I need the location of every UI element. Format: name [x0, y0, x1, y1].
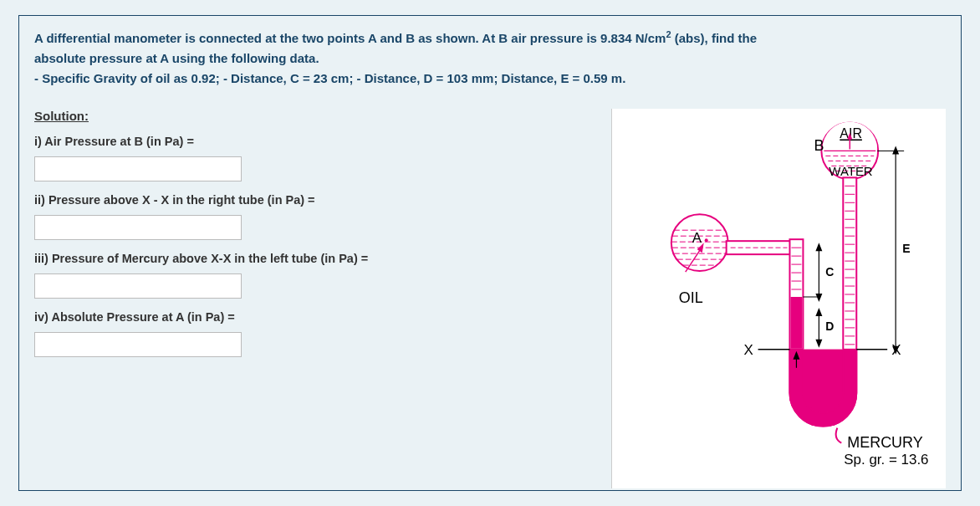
problem-line-2: absolute pressure at A using the followi… [34, 51, 319, 65]
label-e: E [902, 242, 910, 255]
question-4-label: iv) Absolute Pressure at A (in Pa) = [34, 310, 595, 324]
manometer-diagram: AIR WATER B [612, 109, 946, 485]
label-c: C [825, 265, 834, 279]
problem-line-1b: (abs), find the [671, 31, 758, 45]
solution-heading: Solution: [34, 109, 595, 123]
answer-input-2[interactable] [34, 215, 242, 240]
svg-marker-50 [815, 308, 822, 316]
solution-area: Solution: i) Air Pressure at B (in Pa) =… [34, 109, 611, 488]
mercury-label: MERCURY [847, 434, 922, 451]
question-3-label: iii) Pressure of Mercury above X-X in th… [34, 252, 595, 265]
svg-marker-51 [815, 340, 822, 348]
water-label: WATER [829, 164, 873, 178]
problem-line-3: - Specific Gravity of oil as 0.92; - Dis… [34, 71, 625, 85]
question-2-label: ii) Pressure above X - X in the right tu… [34, 193, 595, 207]
content-area: Solution: i) Air Pressure at B (in Pa) =… [34, 109, 946, 488]
label-d: D [825, 319, 834, 333]
problem-statement: A differential manometer is connected at… [34, 28, 946, 89]
problem-line-1a: A differential manometer is connected at… [34, 31, 666, 45]
question-1-label: i) Air Pressure at B (in Pa) = [34, 135, 595, 148]
oil-label: OIL [679, 289, 703, 306]
label-x-left: X [744, 342, 753, 358]
answer-input-1[interactable] [34, 156, 242, 181]
label-b: B [814, 137, 824, 154]
mercury-left [790, 297, 802, 349]
label-a: A [692, 230, 702, 246]
svg-marker-56 [892, 146, 899, 154]
problem-container: A differential manometer is connected at… [18, 15, 962, 491]
connector-a [727, 241, 792, 254]
spgr-label: Sp. gr. = 13.6 [844, 452, 928, 468]
right-tube [843, 177, 856, 349]
mercury-pointer [836, 428, 842, 443]
svg-point-34 [705, 238, 708, 242]
answer-input-4[interactable] [34, 332, 242, 357]
svg-marker-48 [815, 294, 822, 302]
svg-marker-47 [815, 243, 822, 251]
diagram-area: AIR WATER B [611, 109, 946, 488]
answer-input-3[interactable] [34, 273, 242, 299]
